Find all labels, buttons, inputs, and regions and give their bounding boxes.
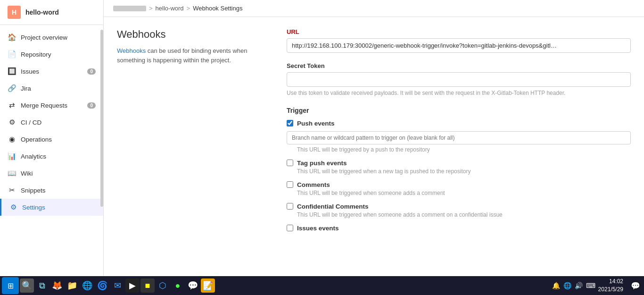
- trigger-row-confidential-comments: Confidential Comments This URL will be t…: [287, 203, 631, 218]
- sidebar-header: H hello-word: [0, 0, 103, 25]
- sidebar-item-project-overview[interactable]: 🏠 Project overview: [0, 29, 103, 46]
- tray-icon1: 🔔: [551, 281, 561, 290]
- checkbox-comments[interactable]: [287, 181, 293, 188]
- trigger-row-tag-push-events: Tag push events This URL will be trigger…: [287, 160, 631, 175]
- trigger-row-comments: Comments This URL will be triggered when…: [287, 181, 631, 196]
- avatar: H: [8, 6, 21, 19]
- app1-icon[interactable]: ▶: [125, 278, 140, 293]
- nav-icon-analytics: 📊: [8, 152, 16, 160]
- nav-icon-settings: ⚙: [9, 203, 17, 211]
- sidebar-item-repository[interactable]: 📄 Repository: [0, 46, 103, 63]
- label-tag-push-events[interactable]: Tag push events: [297, 160, 347, 167]
- url-input[interactable]: [287, 38, 631, 53]
- taskbar-date-value: 2021/5/29: [598, 286, 623, 294]
- search-taskbar[interactable]: 🔍: [20, 278, 34, 293]
- nav-icon-project-overview: 🏠: [8, 33, 16, 42]
- nav-label-project-overview: Project overview: [21, 34, 67, 41]
- nav-icon-wiki: 📖: [8, 169, 16, 177]
- label-confidential-comments[interactable]: Confidential Comments: [297, 203, 369, 210]
- system-tray: 🔔 🌐 🔊 ⌨: [551, 281, 596, 290]
- nav-icon-ci-cd: ⚙: [8, 118, 16, 126]
- taskbar-left: ⊞ 🔍 ⧉ 🦊 📁 🌐 🌀 ✉ ▶ ■ ⬡ ● 💬 📝: [2, 277, 215, 294]
- nav-label-ci-cd: CI / CD: [21, 119, 41, 126]
- push-pattern-input[interactable]: [287, 131, 631, 144]
- sidebar-item-analytics[interactable]: 📊 Analytics: [0, 148, 103, 165]
- mail-icon[interactable]: ✉: [110, 278, 124, 293]
- breadcrumb-project[interactable]: hello-word: [156, 5, 184, 12]
- nav-icon-issues: 🔲: [8, 67, 16, 76]
- sidebar-item-wiki[interactable]: 📖 Wiki: [0, 165, 103, 182]
- sidebar: H hello-word 🏠 Project overview 📄 Reposi…: [0, 0, 104, 295]
- url-field-group: URL: [287, 28, 631, 53]
- edge-icon[interactable]: 🌀: [95, 278, 109, 293]
- chrome-icon[interactable]: 🌐: [80, 278, 94, 293]
- tray-icon2: 🌐: [562, 281, 572, 290]
- sidebar-item-operations[interactable]: ◉ Operations: [0, 131, 103, 148]
- page-description: Webhooks can be used for binding events …: [117, 46, 268, 65]
- sidebar-item-issues[interactable]: 🔲 Issues 0: [0, 63, 103, 80]
- firefox-icon[interactable]: 🦊: [50, 278, 64, 293]
- nav-label-merge-requests: Merge Requests: [21, 102, 67, 109]
- taskbar-time-value: 14:02: [598, 278, 623, 286]
- page-title: Webhooks: [117, 28, 268, 41]
- breadcrumb-sep1: >: [149, 5, 153, 12]
- sidebar-item-merge-requests[interactable]: ⇄ Merge Requests 0: [0, 97, 103, 114]
- trigger-section-title: Trigger: [287, 107, 631, 114]
- checkbox-tag-push-events[interactable]: [287, 160, 293, 166]
- sidebar-item-ci-cd[interactable]: ⚙ CI / CD: [0, 114, 103, 131]
- trigger-desc-confidential-comments: This URL will be triggered when someone …: [297, 211, 631, 218]
- trigger-desc-tag-push-events: This URL will be triggered when a new ta…: [297, 168, 631, 175]
- trigger-row-push-events: Push events This URL will be triggered b…: [287, 120, 631, 153]
- nav-badge-issues: 0: [87, 68, 96, 75]
- folder-icon[interactable]: 📁: [65, 278, 79, 293]
- trigger-desc-push-events: This URL will be triggered by a push to …: [297, 146, 631, 153]
- nav-label-wiki: Wiki: [21, 170, 33, 177]
- start-button[interactable]: ⊞: [2, 277, 19, 294]
- app4-icon[interactable]: 📝: [201, 278, 215, 293]
- sidebar-nav: 🏠 Project overview 📄 Repository 🔲 Issues…: [0, 25, 103, 278]
- nav-icon-snippets: ✂: [8, 186, 16, 194]
- secret-token-input[interactable]: [287, 72, 631, 87]
- nav-icon-jira: 🔗: [8, 84, 16, 93]
- project-name: hello-word: [25, 8, 59, 16]
- taskbar: ⊞ 🔍 ⧉ 🦊 📁 🌐 🌀 ✉ ▶ ■ ⬡ ● 💬 📝 🔔 🌐 🔊 ⌨ 14:0…: [0, 276, 644, 295]
- breadcrumb-sep2: >: [187, 5, 190, 12]
- nav-label-snippets: Snippets: [21, 187, 46, 194]
- trigger-section: Trigger Push events This URL will be tri…: [287, 107, 631, 232]
- sidebar-item-snippets[interactable]: ✂ Snippets: [0, 182, 103, 199]
- page-body: Webhooks Webhooks can be used for bindin…: [104, 17, 644, 295]
- sidebar-item-settings[interactable]: ⚙ Settings: [0, 199, 103, 216]
- vscode-icon[interactable]: ⬡: [156, 278, 170, 293]
- url-label: URL: [287, 28, 631, 35]
- trigger-desc-comments: This URL will be triggered when someone …: [297, 190, 631, 196]
- nav-icon-merge-requests: ⇄: [8, 101, 16, 110]
- notification-icon[interactable]: 💬: [629, 281, 642, 290]
- secret-token-hint: Use this token to validate received payl…: [287, 89, 631, 97]
- taskbar-right: 🔔 🌐 🔊 ⌨ 14:02 2021/5/29 💬: [551, 278, 642, 294]
- app2-icon[interactable]: ■: [140, 278, 155, 293]
- webhooks-link[interactable]: Webhooks: [117, 47, 146, 54]
- nav-label-operations: Operations: [21, 136, 52, 143]
- app3-icon[interactable]: ●: [171, 278, 185, 293]
- sidebar-item-jira[interactable]: 🔗 Jira: [0, 80, 103, 97]
- secret-token-label: Secret Token: [287, 62, 631, 69]
- sidebar-scrollbar-thumb: [100, 30, 103, 207]
- wechat-icon[interactable]: 💬: [186, 278, 200, 293]
- checkbox-push-events[interactable]: [287, 120, 293, 126]
- trigger-row-issues-events: Issues events: [287, 225, 631, 232]
- nav-label-repository: Repository: [21, 51, 51, 58]
- nav-icon-repository: 📄: [8, 50, 16, 59]
- label-push-events[interactable]: Push events: [297, 120, 335, 127]
- taskbar-clock: 14:02 2021/5/29: [598, 278, 627, 294]
- checkbox-confidential-comments[interactable]: [287, 203, 293, 210]
- breadcrumb: > hello-word > Webhook Settings: [104, 0, 644, 17]
- taskview-button[interactable]: ⧉: [35, 278, 49, 293]
- label-issues-events[interactable]: Issues events: [297, 225, 339, 232]
- main-content: > hello-word > Webhook Settings Webhooks…: [104, 0, 644, 295]
- checkbox-issues-events[interactable]: [287, 225, 293, 231]
- nav-label-settings: Settings: [22, 204, 45, 211]
- label-comments[interactable]: Comments: [297, 181, 330, 188]
- breadcrumb-blur: [113, 6, 146, 11]
- secret-token-field-group: Secret Token Use this token to validate …: [287, 62, 631, 97]
- breadcrumb-current: Webhook Settings: [193, 5, 242, 12]
